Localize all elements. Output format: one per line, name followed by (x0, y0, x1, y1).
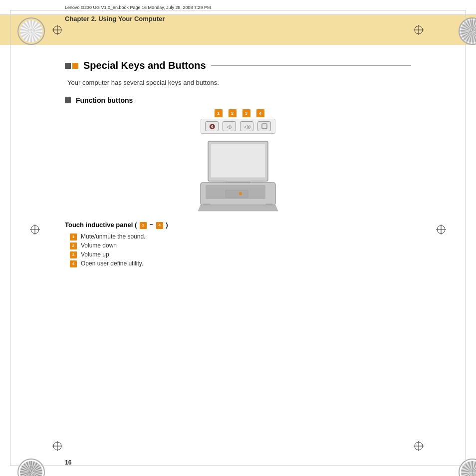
touch-item-4-text: Open user define utility. (81, 260, 143, 267)
subsection-bullet (65, 97, 71, 103)
keyboard-strip: 🔇 ◁) ◁)) (201, 119, 275, 134)
square-orange (72, 63, 78, 69)
touch-item-1: 1 Mute/unmute the sound. (70, 233, 411, 240)
header-bar: Lenovo G230 UG V1.0_en.book Page 16 Mond… (0, 0, 476, 15)
key-utility (257, 121, 271, 131)
badge-start: 1 (140, 222, 147, 229)
touch-item-3-text: Volume up (81, 251, 109, 258)
badge-num-1: 1 (70, 234, 77, 240)
badge-num-3: 3 (70, 251, 77, 258)
number-badges: 1 2 3 4 (212, 109, 264, 117)
section-title-line (211, 65, 411, 66)
reg-mark-ml (30, 225, 40, 235)
square-dark (65, 63, 71, 69)
page-number: 16 (65, 459, 71, 466)
touch-item-2-text: Volume down (81, 242, 117, 249)
svg-point-16 (239, 192, 242, 195)
svg-text:🔇: 🔇 (209, 123, 216, 130)
badge-2: 2 (229, 109, 237, 117)
badge-num-2: 2 (70, 242, 77, 249)
touch-item-3: 3 Volume up (70, 251, 411, 258)
section-squares (65, 63, 78, 69)
laptop-illustration (183, 136, 293, 214)
svg-rect-15 (226, 190, 248, 198)
badge-3: 3 (242, 109, 250, 117)
section-title-text: Special Keys and Buttons (83, 60, 206, 71)
file-info: Lenovo G230 UG V1.0_en.book Page 16 Mond… (65, 5, 211, 10)
reg-mark-mr (436, 225, 446, 235)
svg-text:◁): ◁) (227, 124, 232, 129)
section-title-row: Special Keys and Buttons (65, 60, 411, 71)
keyboard-strip-wrapper: 1 2 3 4 🔇 ◁) ◁)) (183, 109, 293, 214)
touch-title: Touch inductive panel ( 1 ~ 4 ) (65, 221, 411, 229)
subsection-row: Function buttons (65, 96, 411, 104)
key-mute: 🔇 (205, 121, 219, 131)
svg-text:◁)): ◁)) (244, 124, 250, 129)
reg-mark-tr (414, 25, 424, 35)
subsection-title: Function buttons (76, 96, 133, 104)
intro-text: Your computer has several special keys a… (67, 79, 411, 86)
reg-mark-br (414, 441, 424, 451)
key-vol-down: ◁) (223, 121, 236, 131)
chapter-title: Chapter 2. Using Your Computer (65, 15, 165, 22)
reg-mark-bl (52, 441, 62, 451)
key-vol-up: ◁)) (240, 121, 253, 131)
badge-4: 4 (256, 109, 264, 117)
badge-end: 4 (156, 222, 163, 229)
touch-panel-desc: Touch inductive panel ( 1 ~ 4 ) 1 Mute/u… (65, 221, 411, 267)
touch-items-list: 1 Mute/unmute the sound. 2 Volume down 3… (70, 233, 411, 267)
svg-rect-11 (211, 144, 265, 178)
badge-num-4: 4 (70, 260, 77, 267)
badge-1: 1 (215, 109, 223, 117)
reg-mark-tl (52, 25, 62, 35)
diagram-container: 1 2 3 4 🔇 ◁) ◁)) (65, 109, 411, 214)
svg-rect-9 (262, 124, 267, 129)
main-content: Special Keys and Buttons Your computer h… (65, 45, 411, 446)
touch-item-2: 2 Volume down (70, 242, 411, 249)
touch-item-4: 4 Open user define utility. (70, 260, 411, 267)
touch-item-1-text: Mute/unmute the sound. (81, 233, 145, 240)
